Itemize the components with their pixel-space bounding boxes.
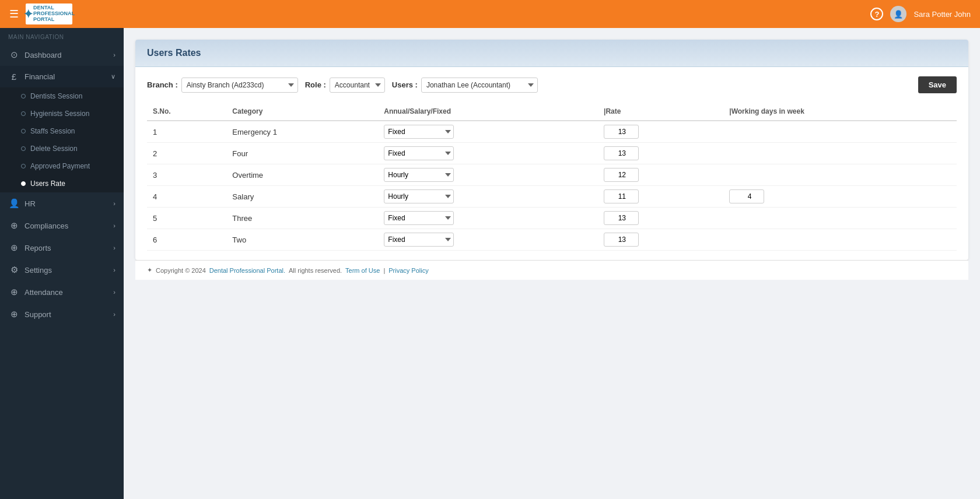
sidebar-item-staffs-session[interactable]: Staffs Session: [0, 122, 124, 140]
compliances-icon: ⊕: [8, 220, 20, 231]
sidebar-item-support[interactable]: ⊕ Support ›: [0, 303, 124, 325]
days-input[interactable]: [729, 189, 764, 203]
dashboard-icon: ⊙: [8, 50, 20, 60]
cell-category: Four: [226, 143, 378, 164]
cell-category: Three: [226, 208, 378, 229]
cell-days: [723, 143, 957, 164]
footer-copyright: Copyright © 2024: [156, 267, 206, 274]
footer-privacy-policy[interactable]: Privacy Policy: [388, 267, 428, 274]
staffs-session-label: Staffs Session: [30, 127, 75, 135]
chevron-icon: ›: [113, 311, 116, 318]
chevron-icon: ›: [113, 266, 116, 273]
sidebar-item-users-rate[interactable]: Users Rate: [0, 175, 124, 192]
type-select[interactable]: FixedHourlyAnnual: [384, 168, 454, 182]
logo-area: ✦ DENTALPROFESSIONALPORTAL: [26, 3, 72, 24]
table-row: 4SalaryFixedHourlyAnnual: [147, 186, 957, 208]
save-button[interactable]: Save: [918, 76, 957, 93]
type-select[interactable]: FixedHourlyAnnual: [384, 125, 454, 139]
branch-label: Branch :: [147, 80, 178, 89]
type-select[interactable]: FixedHourlyAnnual: [384, 146, 454, 160]
rates-table: S.No. Category Annual/Salary/Fixed |Rate…: [147, 103, 957, 251]
cell-days: [723, 208, 957, 229]
col-rate: |Rate: [598, 103, 723, 121]
footer: ✦ Copyright © 2024 Dental Professional P…: [135, 260, 968, 280]
users-group: Users : Jonathan Lee (Accountant): [392, 78, 538, 93]
users-select[interactable]: Jonathan Lee (Accountant): [421, 78, 538, 93]
role-select[interactable]: Accountant: [330, 78, 385, 93]
page-title: Users Rates: [147, 48, 201, 58]
dot-icon: [21, 164, 26, 168]
rate-input[interactable]: [604, 211, 639, 225]
cell-sno: 3: [147, 164, 226, 186]
dashboard-label: Dashboard: [24, 51, 62, 59]
footer-term-of-use[interactable]: Term of Use: [345, 267, 380, 274]
sidebar-item-dentists-session[interactable]: Dentists Session: [0, 87, 124, 105]
hr-label: HR: [24, 199, 36, 208]
reports-label: Reports: [24, 244, 51, 252]
header-right: ? 👤 Sara Potter John: [870, 6, 971, 22]
sidebar-item-hygienists-session[interactable]: Hygienists Session: [0, 105, 124, 122]
sidebar-item-approved-payment[interactable]: Approved Payment: [0, 157, 124, 175]
cell-sno: 6: [147, 229, 226, 251]
cell-days: [723, 186, 957, 208]
user-name: Sara Potter John: [914, 10, 971, 19]
reports-icon: ⊕: [8, 243, 20, 253]
sidebar-item-dashboard[interactable]: ⊙ Dashboard ›: [0, 44, 124, 66]
sidebar-item-compliances[interactable]: ⊕ Compliances ›: [0, 215, 124, 237]
chevron-icon: ›: [113, 51, 116, 58]
rate-input[interactable]: [604, 233, 639, 247]
hamburger-icon[interactable]: ☰: [9, 8, 19, 20]
cell-type: FixedHourlyAnnual: [378, 186, 598, 208]
type-select[interactable]: FixedHourlyAnnual: [384, 233, 454, 247]
table-row: 6TwoFixedHourlyAnnual: [147, 229, 957, 251]
hygienists-session-label: Hygienists Session: [30, 110, 89, 118]
rate-input[interactable]: [604, 146, 639, 160]
rate-input[interactable]: [604, 189, 639, 203]
table-header: S.No. Category Annual/Salary/Fixed |Rate…: [147, 103, 957, 121]
sidebar-item-financial[interactable]: £ Financial ∨: [0, 66, 124, 87]
chevron-down-icon: ∨: [111, 73, 116, 80]
footer-portal-name[interactable]: Dental Professional Portal.: [209, 267, 285, 274]
col-type: Annual/Salary/Fixed: [378, 103, 598, 121]
rate-input[interactable]: [604, 125, 639, 139]
cell-type: FixedHourlyAnnual: [378, 121, 598, 143]
main-content: Users Rates Branch : Ainsty Branch (Ad23…: [124, 28, 980, 499]
card-body: Branch : Ainsty Branch (Ad233cd) Role : …: [135, 67, 968, 260]
dot-icon: [21, 94, 26, 99]
cell-category: Overtime: [226, 164, 378, 186]
cell-days: [723, 164, 957, 186]
sidebar-item-delete-session[interactable]: Delete Session: [0, 140, 124, 157]
dot-icon: [21, 129, 26, 133]
top-header: ☰ ✦ DENTALPROFESSIONALPORTAL ? 👤 Sara Po…: [0, 0, 980, 28]
sidebar: MAIN NAVIGATION ⊙ Dashboard › £ Financia…: [0, 28, 124, 499]
sidebar-item-reports[interactable]: ⊕ Reports ›: [0, 237, 124, 259]
cell-days: [723, 229, 957, 251]
cell-sno: 4: [147, 186, 226, 208]
col-days: |Working days in week: [723, 103, 957, 121]
avatar: 👤: [890, 6, 907, 22]
nav-label: MAIN NAVIGATION: [0, 28, 124, 44]
card-header: Users Rates: [135, 40, 968, 67]
approved-payment-label: Approved Payment: [30, 162, 90, 170]
help-icon[interactable]: ?: [870, 8, 883, 20]
type-select[interactable]: FixedHourlyAnnual: [384, 189, 454, 203]
sidebar-item-attendance[interactable]: ⊕ Attendance ›: [0, 281, 124, 303]
sidebar-item-settings[interactable]: ⚙ Settings ›: [0, 259, 124, 281]
type-select[interactable]: FixedHourlyAnnual: [384, 211, 454, 225]
chevron-icon: ›: [113, 244, 116, 251]
rate-input[interactable]: [604, 168, 639, 182]
cell-type: FixedHourlyAnnual: [378, 229, 598, 251]
dot-icon: [21, 146, 26, 151]
table-row: 2FourFixedHourlyAnnual: [147, 143, 957, 164]
col-category: Category: [226, 103, 378, 121]
filter-row: Branch : Ainsty Branch (Ad233cd) Role : …: [147, 76, 957, 93]
cell-category: Salary: [226, 186, 378, 208]
sidebar-item-hr[interactable]: 👤 HR ›: [0, 192, 124, 215]
chevron-icon: ›: [113, 289, 116, 296]
table-body: 1Emergency 1FixedHourlyAnnual2FourFixedH…: [147, 121, 957, 251]
logo-icon: ✦: [23, 7, 33, 21]
branch-select[interactable]: Ainsty Branch (Ad233cd): [181, 78, 298, 93]
cell-category: Emergency 1: [226, 121, 378, 143]
settings-label: Settings: [24, 266, 52, 275]
delete-session-label: Delete Session: [30, 145, 78, 153]
